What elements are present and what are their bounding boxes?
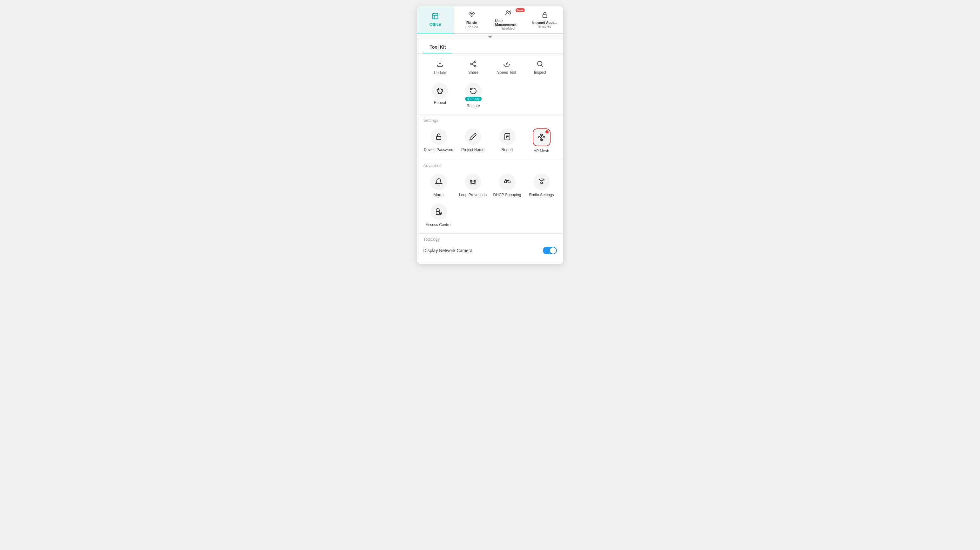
svg-rect-31 [470,183,472,184]
tool-share-label: Share [468,70,479,75]
svg-point-3 [509,11,511,13]
tab-user-management-label: User Management [495,19,522,26]
display-network-camera-label: Display Network Camera [423,248,473,253]
svg-rect-23 [541,134,542,136]
settings-device-password[interactable]: Device Password [422,125,456,156]
report-label: Report [501,148,513,152]
svg-point-11 [538,61,542,66]
inspect-icon [536,60,544,69]
tool-speed-test[interactable]: Speed Test [490,57,523,78]
svg-rect-21 [538,137,540,138]
tab-user-management-sublabel: Enabled [502,26,515,30]
settings-report[interactable]: Report [490,125,525,156]
alarm-label: Alarm [434,193,444,197]
tool-inspect[interactable]: Inspect [523,57,557,78]
app-container: Office Basic Enabled New [417,6,563,264]
advanced-grid: Alarm Loop Prevention [417,169,563,232]
svg-point-7 [475,65,476,67]
advanced-radio-settings[interactable]: Radio Settings [525,171,559,200]
toolkit-title: Tool Kit [423,40,452,53]
actions-row: Reboot ⇅ On-site Restore [417,78,563,113]
access-control-icon [430,204,447,220]
svg-point-40 [541,182,542,184]
action-reboot-label: Reboot [434,100,446,105]
svg-point-6 [471,63,473,65]
display-network-camera-toggle[interactable] [543,247,557,254]
main-panel: Tool Kit Update [417,40,563,264]
advanced-alarm[interactable]: Alarm [422,171,456,200]
advanced-access-control[interactable]: Access Control [422,200,456,230]
tab-basic-sublabel: Enabled [465,25,478,29]
tab-intranet-access[interactable]: Intranet Acce... Enabled [527,6,563,33]
tab-intranet-access-label: Intranet Acce... [532,21,557,24]
alarm-icon [430,174,447,190]
tools-row: Update Share [417,55,563,78]
tab-intranet-access-sublabel: Enabled [538,24,551,28]
action-restore-label: Restore [467,104,480,108]
dhcp-snooping-label: DHCP Snooping [493,193,521,197]
report-icon [499,128,515,145]
toolkit-title-wrap: Tool Kit [417,40,563,54]
tab-bar: Office Basic Enabled New [417,6,563,34]
radio-settings-icon [533,174,550,190]
svg-line-12 [542,65,543,67]
svg-rect-36 [508,181,510,183]
svg-rect-24 [541,139,542,140]
svg-rect-35 [504,181,507,183]
svg-line-8 [473,62,475,64]
update-icon [436,60,444,69]
svg-rect-32 [474,183,476,184]
loop-prevention-icon [465,174,481,190]
svg-rect-30 [474,180,476,182]
svg-rect-4 [543,14,547,18]
svg-point-10 [506,64,508,65]
intranet-access-icon [541,11,548,20]
ap-mesh-red-dot [546,130,549,134]
svg-rect-22 [543,137,545,138]
onsite-badge: ⇅ On-site [465,97,482,101]
device-password-label: Device Password [424,148,453,152]
device-password-icon [430,128,447,145]
loop-prevention-label: Loop Prevention [459,193,487,197]
tool-inspect-label: Inspect [534,70,546,75]
radio-settings-label: Radio Settings [529,193,554,197]
reboot-icon-circle [432,83,448,99]
svg-point-1 [471,16,473,17]
office-icon [432,13,439,21]
svg-point-5 [475,61,476,63]
share-icon [469,60,477,69]
svg-rect-38 [506,179,509,180]
restore-icon-circle: ⇅ On-site [465,83,482,99]
action-restore[interactable]: ⇅ On-site Restore [457,80,490,111]
svg-rect-29 [470,180,472,182]
tab-basic[interactable]: Basic Enabled [453,6,490,33]
new-badge: New [515,8,525,12]
user-management-icon [505,10,512,18]
advanced-dhcp-snooping[interactable]: DHCP Snooping [490,171,525,200]
ap-mesh-icon [533,128,550,146]
tool-update[interactable]: Update [423,57,457,78]
tab-office-label: Office [430,22,441,27]
action-reboot[interactable]: Reboot [423,80,457,111]
svg-line-9 [473,64,475,66]
tool-speed-test-label: Speed Test [497,70,516,75]
dhcp-snooping-icon [499,174,515,190]
svg-rect-16 [436,136,441,140]
tab-office[interactable]: Office [417,6,453,33]
access-control-label: Access Control [426,223,452,227]
project-name-icon [465,128,481,145]
svg-point-2 [507,11,509,13]
settings-header: Settings [417,116,563,123]
speed-test-icon [503,60,511,69]
advanced-header: Advanced [417,161,563,169]
tool-share[interactable]: Share [457,57,490,78]
chevron-row[interactable] [417,34,563,40]
chevron-down-icon [488,36,493,38]
basic-icon [468,11,475,20]
settings-project-name[interactable]: Project Name [456,125,490,156]
divider-3 [417,233,563,234]
settings-ap-mesh[interactable]: AP Mesh [525,125,559,156]
advanced-loop-prevention[interactable]: Loop Prevention [456,171,490,200]
tab-user-management[interactable]: New User Management Enabled [490,6,527,33]
tab-basic-label: Basic [466,20,477,25]
